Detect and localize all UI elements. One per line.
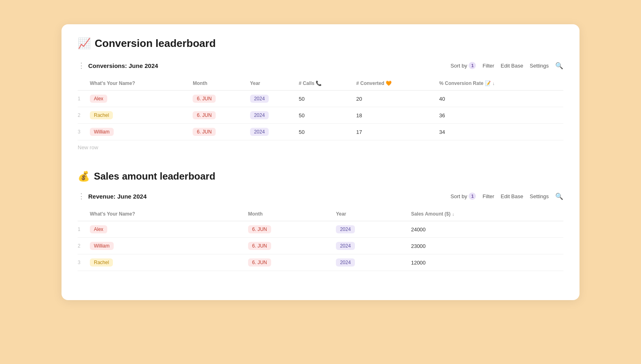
sales-filter-label: Filter — [482, 193, 494, 199]
conversion-new-row[interactable]: New row — [78, 140, 563, 154]
sales-col-month: Month — [248, 207, 336, 221]
row-rank: 3 — [78, 124, 90, 140]
sales-search-icon[interactable]: 🔍 — [555, 193, 563, 200]
row-converted: 17 — [356, 124, 439, 140]
conversion-table-row[interactable]: 1 Alex 6. JUN 2024 50 20 40 — [78, 91, 563, 107]
conversion-table: What's Your Name? Month Year # Calls 📞 #… — [78, 76, 563, 140]
sales-settings-label: Settings — [530, 193, 549, 199]
conversion-col-year: Year — [250, 76, 299, 91]
conversion-sort-badge: 1 — [469, 62, 476, 69]
row-rank: 1 — [78, 221, 90, 238]
row-name: Alex — [90, 221, 248, 238]
sales-col-amount[interactable]: Sales Amount ($) ↓ — [411, 207, 563, 221]
sales-filter-button[interactable]: Filter — [482, 193, 494, 199]
conversion-actions: Sort by 1 Filter Edit Base Settings 🔍 — [450, 62, 563, 70]
sales-table-row[interactable]: 1 Alex 6. JUN 2024 24000 — [78, 221, 563, 238]
row-rate: 36 — [439, 107, 563, 124]
row-month: 6. JUN — [248, 254, 336, 271]
sales-table: What's Your Name? Month Year Sales Amoun… — [78, 207, 563, 271]
sales-section: 💰 Sales amount leaderboard ⋮ Revenue: Ju… — [78, 171, 563, 271]
row-year: 2024 — [336, 238, 411, 254]
row-name: William — [90, 238, 248, 254]
conversion-rate-sort: % Conversion Rate 📝 ↓ — [439, 80, 495, 86]
conversion-col-num — [78, 76, 90, 91]
row-converted: 18 — [356, 107, 439, 124]
row-name: Alex — [90, 91, 193, 107]
sales-actions: Sort by 1 Filter Edit Base Settings 🔍 — [450, 193, 563, 200]
conversion-settings-button[interactable]: Settings — [530, 63, 549, 69]
conversion-search-icon[interactable]: 🔍 — [555, 62, 563, 70]
conversion-title: 📈 Conversion leaderboard — [78, 37, 563, 50]
row-month: 6. JUN — [248, 221, 336, 238]
conversion-sort-button[interactable]: Sort by 1 — [450, 62, 476, 69]
row-sales: 23000 — [411, 238, 563, 254]
row-rank: 3 — [78, 254, 90, 271]
conversion-col-rate[interactable]: % Conversion Rate 📝 ↓ — [439, 76, 563, 91]
sales-title-area: ⋮ Revenue: June 2024 — [78, 192, 146, 201]
row-year: 2024 — [250, 107, 299, 124]
conversion-col-name: What's Your Name? — [90, 76, 193, 91]
conversion-edit-base-button[interactable]: Edit Base — [501, 63, 523, 69]
row-calls: 50 — [299, 124, 356, 140]
row-year: 2024 — [336, 221, 411, 238]
conversion-title-text: Conversion leaderboard — [95, 37, 216, 50]
row-rate: 34 — [439, 124, 563, 140]
sales-table-row[interactable]: 3 Rachel 6. JUN 2024 12000 — [78, 254, 563, 271]
row-calls: 50 — [299, 91, 356, 107]
sales-edit-base-button[interactable]: Edit Base — [501, 193, 523, 199]
row-year: 2024 — [336, 254, 411, 271]
sales-col-num — [78, 207, 90, 221]
row-sales: 12000 — [411, 254, 563, 271]
sales-amount-arrow: ↓ — [452, 212, 454, 216]
row-month: 6. JUN — [193, 91, 250, 107]
row-month: 6. JUN — [248, 238, 336, 254]
conversion-rate-arrow: ↓ — [492, 81, 495, 86]
sales-amount-sort: Sales Amount ($) ↓ — [411, 211, 454, 217]
row-month: 6. JUN — [193, 107, 250, 124]
row-converted: 20 — [356, 91, 439, 107]
row-year: 2024 — [250, 91, 299, 107]
conversion-filter-button[interactable]: Filter — [482, 63, 494, 69]
sales-title-emoji: 💰 — [78, 171, 90, 182]
sales-table-wrapper: What's Your Name? Month Year Sales Amoun… — [78, 207, 563, 271]
conversion-section-header: ⋮ Conversions: June 2024 Sort by 1 Filte… — [78, 61, 563, 70]
sales-sort-button[interactable]: Sort by 1 — [450, 193, 476, 200]
conversion-menu-icon[interactable]: ⋮ — [78, 61, 85, 70]
main-container: 📈 Conversion leaderboard ⋮ Conversions: … — [62, 24, 579, 300]
row-rate: 40 — [439, 91, 563, 107]
row-month: 6. JUN — [193, 124, 250, 140]
conversion-title-emoji: 📈 — [78, 37, 91, 50]
sales-sort-badge: 1 — [469, 193, 476, 200]
conversion-title-area: ⋮ Conversions: June 2024 — [78, 61, 158, 70]
sales-sort-label: Sort by — [450, 193, 467, 199]
conversion-section-title: Conversions: June 2024 — [88, 62, 158, 69]
sales-settings-button[interactable]: Settings — [530, 193, 549, 199]
sales-edit-base-label: Edit Base — [501, 193, 523, 199]
row-sales: 24000 — [411, 221, 563, 238]
conversion-table-row[interactable]: 2 Rachel 6. JUN 2024 50 18 36 — [78, 107, 563, 124]
row-rank: 2 — [78, 238, 90, 254]
row-name: William — [90, 124, 193, 140]
sales-menu-icon[interactable]: ⋮ — [78, 192, 85, 201]
sales-title-text: Sales amount leaderboard — [94, 171, 215, 182]
conversion-section: 📈 Conversion leaderboard ⋮ Conversions: … — [78, 37, 563, 154]
sales-section-header: ⋮ Revenue: June 2024 Sort by 1 Filter Ed… — [78, 192, 563, 201]
sales-col-year: Year — [336, 207, 411, 221]
row-name: Rachel — [90, 254, 248, 271]
row-calls: 50 — [299, 107, 356, 124]
conversion-filter-label: Filter — [482, 63, 494, 69]
conversion-col-converted: # Converted 🧡 — [356, 76, 439, 91]
row-name: Rachel — [90, 107, 193, 124]
conversion-settings-label: Settings — [530, 63, 549, 69]
conversion-sort-label: Sort by — [450, 63, 467, 69]
row-year: 2024 — [250, 124, 299, 140]
sales-col-name: What's Your Name? — [90, 207, 248, 221]
conversion-table-wrapper: What's Your Name? Month Year # Calls 📞 #… — [78, 76, 563, 154]
conversion-col-month: Month — [193, 76, 250, 91]
row-rank: 2 — [78, 107, 90, 124]
conversion-col-calls: # Calls 📞 — [299, 76, 356, 91]
sales-title: 💰 Sales amount leaderboard — [78, 171, 563, 182]
conversion-table-row[interactable]: 3 William 6. JUN 2024 50 17 34 — [78, 124, 563, 140]
sales-table-row[interactable]: 2 William 6. JUN 2024 23000 — [78, 238, 563, 254]
sales-section-title: Revenue: June 2024 — [88, 193, 146, 200]
